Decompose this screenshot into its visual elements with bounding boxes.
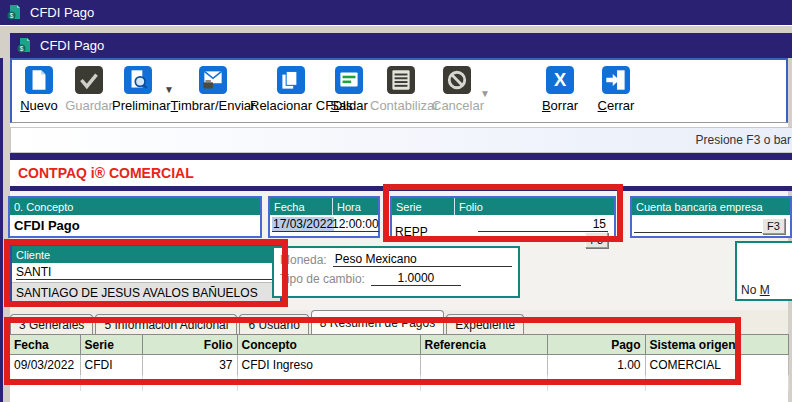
col-fecha[interactable]: Fecha (10, 335, 80, 355)
nuevo-button[interactable]: Nuevo (14, 64, 64, 113)
window-title: CFDI Pago (40, 38, 104, 53)
pagos-table: Fecha Serie Folio Concepto Referencia Pa… (10, 334, 789, 391)
borrar-button[interactable]: X Borrar (538, 64, 582, 113)
cancelar-label: Cancelar (432, 98, 482, 113)
col-sistema-origen[interactable]: Sistema origen (645, 335, 788, 355)
table-header-row: Fecha Serie Folio Concepto Referencia Pa… (10, 335, 788, 355)
status-hint-bar: Presione F3 o bar (10, 127, 792, 153)
col-referencia[interactable]: Referencia (420, 335, 547, 355)
cancelar-dropdown-arrow: ▼ (480, 88, 490, 99)
folio-f3-button[interactable]: F3 (585, 232, 608, 248)
tab-generales[interactable]: 3 Generales (10, 314, 93, 334)
timbrar-enviar-label: Timbrar/Enviar (168, 98, 258, 113)
no-movs-prefix: No (741, 283, 760, 297)
col-concepto[interactable]: Concepto (237, 335, 420, 355)
settle-payment-icon (335, 66, 363, 94)
moneda-label: Moneda: (280, 253, 327, 267)
delete-x-icon: X (546, 66, 574, 94)
child-titlebar[interactable]: $ CFDI Pago (10, 33, 792, 58)
moneda-value[interactable]: Peso Mexicano (333, 252, 512, 267)
cliente-header: Cliente (12, 246, 280, 263)
saldar-button[interactable]: Saldar (328, 64, 370, 113)
header-divider (332, 198, 333, 215)
cell-sistema-origen[interactable]: COMERCIAL (645, 355, 788, 375)
folio-input[interactable]: 15 (478, 217, 608, 232)
status-hint-text: Presione F3 o bar (696, 133, 791, 147)
svg-text:$: $ (20, 45, 24, 52)
nuevo-label: Nuevo (14, 98, 64, 113)
brand-title: CONTPAQ i® COMERCIAL (18, 165, 194, 181)
concepto-value[interactable]: CFDI Pago (10, 215, 260, 236)
window-frame-gap (0, 33, 10, 58)
cuenta-bancaria-header: Cuenta bancaria empresa (632, 198, 790, 215)
save-checkmark-icon (75, 66, 103, 94)
hora-input[interactable]: 12:00:00 (332, 217, 379, 232)
empty-table-row (10, 375, 788, 391)
guardar-label: Guardar (64, 98, 114, 113)
concepto-field[interactable]: 0. Concepto CFDI Pago (8, 196, 262, 238)
col-serie[interactable]: Serie (80, 335, 142, 355)
preliminar-button[interactable]: Preliminar (112, 64, 164, 113)
cancel-slash-icon (443, 66, 471, 94)
folio-header: Folio (455, 198, 614, 215)
serie-folio-header: Serie Folio (392, 198, 614, 215)
svg-text:X: X (554, 69, 567, 90)
accounting-book-icon (387, 66, 415, 94)
concepto-header: 0. Concepto (10, 198, 260, 215)
cuenta-bancaria-f3-button[interactable]: F3 (762, 218, 785, 234)
parent-titlebar[interactable]: $ CFDI Pago (0, 0, 792, 25)
exit-door-icon (602, 66, 630, 94)
no-movimientos-option[interactable]: No M (741, 283, 770, 297)
no-movs-key: M (760, 283, 770, 297)
cliente-code-input[interactable]: SANTI (16, 265, 274, 280)
cuenta-bancaria-field: Cuenta bancaria empresa F3 (630, 196, 792, 238)
cell-referencia[interactable] (420, 355, 547, 375)
cell-serie[interactable]: CFDI (80, 355, 142, 375)
cliente-name: SANTIAGO DE JESUS AVALOS BAÑUELOS (12, 282, 280, 303)
moneda-panel: Moneda: Peso Mexicano Tipo de cambio: 1.… (272, 246, 520, 298)
cuenta-bancaria-input[interactable] (634, 219, 762, 233)
tab-usuario[interactable]: 6 Usuario (239, 314, 308, 334)
tab-resumen-de-pagos[interactable]: 8 Resumen de Pagos (311, 310, 444, 334)
tipo-cambio-value[interactable]: 1.0000 (371, 271, 461, 286)
hora-header: Hora (333, 198, 378, 215)
toolbar: Nuevo Guardar Preliminar ▼ (10, 58, 788, 123)
relacionar-cfdis-label: Relacionar CFDIs (250, 98, 332, 113)
cerrar-button[interactable]: Cerrar (594, 64, 638, 113)
fecha-hora-field: Fecha Hora 17/03/2022 12:00:00 (268, 196, 380, 238)
print-preview-icon (124, 66, 152, 94)
invoice-dollar-icon: $ (6, 4, 23, 21)
svg-text:$: $ (10, 12, 14, 19)
guardar-button: Guardar (64, 64, 114, 113)
relate-documents-icon (277, 66, 305, 94)
cell-pago[interactable]: 1.00 (547, 355, 645, 375)
borrar-label: Borrar (538, 98, 582, 113)
window-title: CFDI Pago (30, 5, 94, 20)
fecha-header: Fecha (270, 198, 332, 215)
contabilizar-label: Contabilizar (370, 98, 432, 113)
header-divider (454, 198, 455, 215)
col-folio[interactable]: Folio (142, 335, 237, 355)
timbrar-enviar-button[interactable]: Timbrar/Enviar (168, 64, 258, 113)
cell-folio[interactable]: 37 (142, 355, 237, 375)
fecha-hora-header: Fecha Hora (270, 198, 378, 215)
relacionar-cfdis-button[interactable]: Relacionar CFDIs (250, 64, 332, 113)
cell-fecha[interactable]: 09/03/2022 (10, 355, 80, 375)
tipo-cambio-label: Tipo de cambio: (280, 272, 365, 286)
preliminar-label: Preliminar (112, 98, 164, 113)
cancelar-button: Cancelar (432, 64, 482, 113)
cfdi-pago-window: $ CFDI Pago $ CFDI Pago Nuevo (0, 0, 792, 402)
no-movimientos-panel: No M (735, 241, 792, 301)
cliente-field: Cliente SANTI SANTIAGO DE JESUS AVALOS B… (10, 244, 282, 302)
col-pago[interactable]: Pago (547, 335, 645, 355)
serie-folio-field: Serie Folio REPP 15 F3 (390, 196, 616, 238)
serie-input[interactable]: REPP (395, 225, 451, 240)
cell-concepto[interactable]: CFDI Ingreso (237, 355, 420, 375)
cerrar-label: Cerrar (594, 98, 638, 113)
table-row[interactable]: 09/03/2022 CFDI 37 CFDI Ingreso 1.00 COM… (10, 355, 788, 375)
brand-strip: CONTPAQ i® COMERCIAL (10, 160, 792, 186)
tab-expediente[interactable]: Expediente (446, 314, 524, 334)
tab-informacion-adicional[interactable]: 5 Información Adicional (95, 314, 237, 334)
saldar-label: Saldar (328, 98, 370, 113)
fecha-input[interactable]: 17/03/2022 (272, 217, 334, 232)
